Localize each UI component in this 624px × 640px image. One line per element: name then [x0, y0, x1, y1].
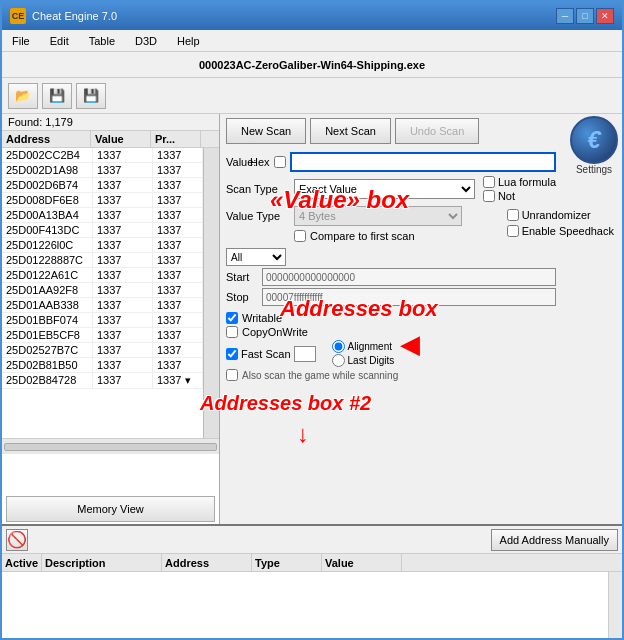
vertical-scrollbar[interactable]	[203, 148, 219, 438]
col-value: Value	[91, 131, 151, 147]
unrandomizer-checkbox[interactable]	[507, 209, 519, 221]
horizontal-scrollbar[interactable]	[2, 438, 219, 454]
hex-checkbox[interactable]	[274, 156, 286, 168]
table-row[interactable]: 25D01AA92F813371337	[2, 283, 203, 298]
also-scan-checkbox[interactable]	[226, 369, 238, 381]
toolbar-open-button[interactable]: 📂	[8, 83, 38, 109]
table-row[interactable]: 25D0122A61C13371337	[2, 268, 203, 283]
menu-help[interactable]: Help	[171, 33, 206, 49]
not-label: Not	[498, 190, 515, 202]
toolbar-view-button[interactable]: 💾	[76, 83, 106, 109]
scan-type-row: Scan Type Exact Value Lua formula Not	[226, 176, 616, 202]
menu-file[interactable]: File	[6, 33, 36, 49]
table-row[interactable]: 25D02527B7C13371337	[2, 343, 203, 358]
table-row[interactable]: 25D01226l0C13371337	[2, 238, 203, 253]
also-scan-row: Also scan the game while scanning	[226, 369, 556, 381]
found-label: Found:	[8, 116, 42, 128]
table-row[interactable]: 25D00F413DC13371337	[2, 223, 203, 238]
table-row[interactable]: 25D02B81B5013371337	[2, 358, 203, 373]
col-type: Type	[252, 554, 322, 571]
filter-select[interactable]: All	[226, 248, 286, 266]
memory-view-button[interactable]: Memory View	[6, 496, 215, 522]
table-row[interactable]: 25D02B8472813371337 ▾	[2, 373, 203, 389]
add-address-button[interactable]: Add Address Manually	[491, 529, 618, 551]
ce-logo[interactable]: €	[570, 116, 618, 164]
copy-on-write-checkbox[interactable]	[226, 326, 238, 338]
start-input[interactable]	[262, 268, 556, 286]
found-count: 1,179	[45, 116, 73, 128]
lower-area: 🚫 Add Address Manually Active Descriptio…	[2, 524, 622, 640]
main-split: Found: 1,179 Address Value Pr... 25D002C…	[2, 114, 622, 524]
value-type-select[interactable]: 4 Bytes	[294, 206, 462, 226]
right-panel: € Settings New Scan Next Scan Undo Scan …	[220, 114, 622, 524]
table-row[interactable]: 25D01228887C13371337	[2, 253, 203, 268]
col-description: Description	[42, 554, 162, 571]
stop-input[interactable]	[262, 288, 556, 306]
scan-suboptions: Writable CopyOnWrite Fast Scan 4	[226, 312, 616, 381]
title-bar-controls: ─ □ ✕	[556, 8, 614, 24]
scan-type-label: Scan Type	[226, 183, 290, 195]
lower-table-header: Active Description Address Type Value	[2, 554, 622, 572]
unrandomizer-label: Unrandomizer	[522, 209, 591, 221]
lua-formula-row: Lua formula	[483, 176, 556, 188]
lower-scrollbar[interactable]	[608, 572, 622, 640]
scan-type-select[interactable]: Exact Value	[294, 179, 475, 199]
not-checkbox[interactable]	[483, 190, 495, 202]
last-digits-row: Last Digits	[332, 354, 395, 367]
cell-addr: 25D002CC2B4	[2, 148, 93, 162]
found-bar: Found: 1,179	[2, 114, 219, 131]
settings-label[interactable]: Settings	[576, 164, 612, 175]
close-button[interactable]: ✕	[596, 8, 614, 24]
speedhack-label: Enable Speedhack	[522, 225, 614, 237]
window-title: Cheat Engine 7.0	[32, 10, 117, 22]
table-row[interactable]: 25D01AAB33813371337	[2, 298, 203, 313]
maximize-button[interactable]: □	[576, 8, 594, 24]
compare-checkbox[interactable]	[294, 230, 306, 242]
col-value-lower: Value	[322, 554, 402, 571]
writable-checkbox[interactable]	[226, 312, 238, 324]
table-rows: 25D002CC2B413371337 25D002D1A9813371337 …	[2, 148, 203, 438]
minimize-button[interactable]: ─	[556, 8, 574, 24]
value-input[interactable]: 1337	[290, 152, 556, 172]
menu-table[interactable]: Table	[83, 33, 121, 49]
app-icon: CE	[10, 8, 26, 24]
fast-scan-checkbox[interactable]	[226, 348, 238, 360]
copy-on-write-label: CopyOnWrite	[242, 326, 308, 338]
range-panel: All Start Stop	[226, 248, 616, 306]
fast-scan-number[interactable]: 4	[294, 346, 316, 362]
lua-formula-label: Lua formula	[498, 176, 556, 188]
title-bar: CE Cheat Engine 7.0 ─ □ ✕	[2, 2, 622, 30]
toolbar: 📂 💾 💾	[2, 78, 622, 114]
value-row: Value: Hex 1337	[226, 150, 616, 172]
lua-formula-checkbox[interactable]	[483, 176, 495, 188]
menu-edit[interactable]: Edit	[44, 33, 75, 49]
table-row[interactable]: 25D002D6B7413371337	[2, 178, 203, 193]
undo-scan-button[interactable]: Undo Scan	[395, 118, 479, 144]
table-row[interactable]: 25D002CC2B413371337	[2, 148, 203, 163]
table-row[interactable]: 25D008DF6E813371337	[2, 193, 203, 208]
speedhack-checkbox[interactable]	[507, 225, 519, 237]
col-pr: Pr...	[151, 131, 201, 147]
table-row[interactable]: 25D01BBF07413371337	[2, 313, 203, 328]
fast-scan-label: Fast Scan	[241, 348, 291, 360]
next-scan-button[interactable]: Next Scan	[310, 118, 391, 144]
menu-d3d[interactable]: D3D	[129, 33, 163, 49]
last-digits-radio[interactable]	[332, 354, 345, 367]
col-address: Address	[2, 131, 91, 147]
alignment-radio[interactable]	[332, 340, 345, 353]
alignment-label: Alignment	[348, 341, 392, 352]
compare-label: Compare to first scan	[310, 230, 415, 242]
copy-on-write-row: CopyOnWrite	[226, 326, 556, 338]
left-panel: Found: 1,179 Address Value Pr... 25D002C…	[2, 114, 220, 524]
delete-button[interactable]: 🚫	[6, 529, 28, 551]
fast-scan-row: Fast Scan 4 Alignment Last Digits	[226, 340, 556, 367]
writable-label: Writable	[242, 312, 282, 324]
col-active: Active	[2, 554, 42, 571]
also-scan-label: Also scan the game while scanning	[242, 370, 398, 381]
new-scan-button[interactable]: New Scan	[226, 118, 306, 144]
table-row[interactable]: 25D01EB5CF813371337	[2, 328, 203, 343]
table-row[interactable]: 25D00A13BA413371337	[2, 208, 203, 223]
last-digits-label: Last Digits	[348, 355, 395, 366]
toolbar-save-button[interactable]: 💾	[42, 83, 72, 109]
table-row[interactable]: 25D002D1A9813371337	[2, 163, 203, 178]
